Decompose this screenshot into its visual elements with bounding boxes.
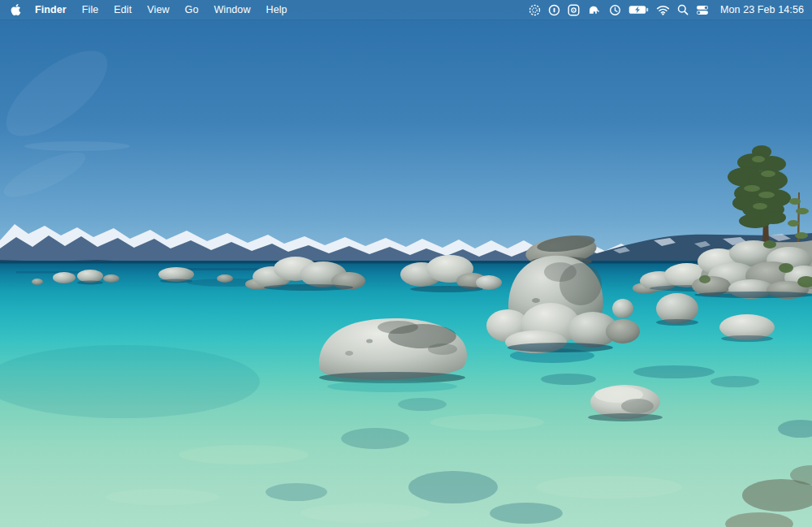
- menu-go[interactable]: Go: [185, 4, 199, 15]
- apple-menu-icon[interactable]: [11, 3, 21, 16]
- menu-view[interactable]: View: [147, 4, 169, 15]
- gear-square-icon[interactable]: [568, 0, 580, 19]
- menu-file[interactable]: File: [82, 4, 99, 15]
- spiral-circle-icon[interactable]: [529, 0, 541, 19]
- menu-bar-clock[interactable]: Mon 23 Feb 14:56: [720, 4, 804, 15]
- foreground-boulder: [319, 318, 467, 392]
- menu-edit[interactable]: Edit: [114, 4, 132, 15]
- wallpaper-lake-tahoe: [0, 0, 812, 527]
- spotlight-search-icon[interactable]: [677, 0, 689, 19]
- menu-help[interactable]: Help: [266, 4, 287, 15]
- menu-bar: Finder File Edit View Go Window Help: [0, 0, 812, 19]
- menu-window[interactable]: Window: [214, 4, 250, 15]
- desktop[interactable]: Finder File Edit View Go Window Help: [0, 0, 812, 527]
- menu-bar-right: Mon 23 Feb 14:56: [529, 0, 812, 19]
- wifi-icon[interactable]: [656, 0, 670, 19]
- elephant-icon[interactable]: [587, 0, 602, 19]
- control-center-icon[interactable]: [696, 0, 709, 19]
- battery-charging-icon[interactable]: [628, 0, 649, 19]
- menu-bar-left: Finder File Edit View Go Window Help: [0, 3, 303, 16]
- clock-icon[interactable]: [609, 0, 621, 19]
- keyhole-circle-icon[interactable]: [548, 0, 560, 19]
- sky: [0, 0, 812, 272]
- menu-finder[interactable]: Finder: [35, 4, 67, 15]
